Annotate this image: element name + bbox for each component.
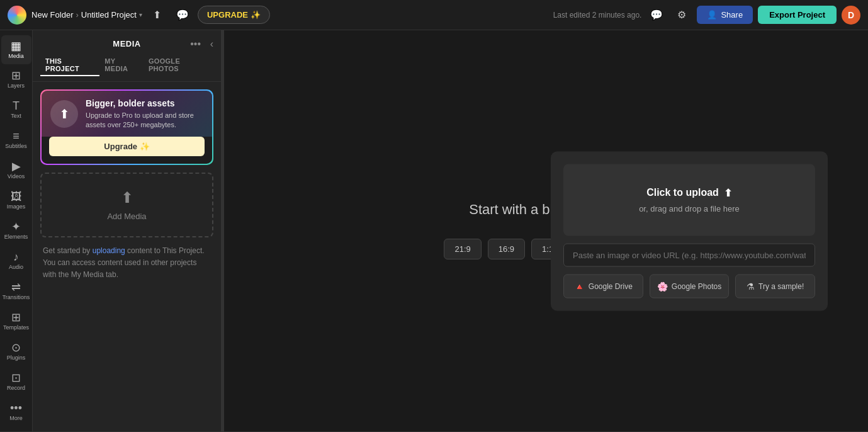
videos-icon: ▶ [12,161,21,172]
export-button[interactable]: Export Project [758,6,837,24]
tab-google-photos[interactable]: GOOGLE PHOTOS [144,55,213,76]
canvas-area: Start with a blank canvas 21:9 16:9 1:1 … [224,30,868,431]
settings-button[interactable]: ⚙ [672,5,692,25]
media-panel-options-button[interactable]: ••• [190,38,201,50]
avatar[interactable]: D [842,6,860,25]
sidebar-label-audio: Audio [9,264,23,271]
try-sample-button[interactable]: ⚗ Try a sample! [735,274,815,298]
last-edited-text: Last edited 2 minutes ago. [553,11,642,20]
main-area: ▦ Media ⊞ Layers T Text ≡ Subtitles ▶ Vi… [0,30,868,431]
google-photos-button[interactable]: 🌸 Google Photos [650,274,730,298]
upgrade-card-text: Bigger, bolder assets Upgrade to Pro to … [86,98,203,130]
audio-icon: ♪ [13,251,19,263]
layers-icon: ⊞ [11,70,21,81]
upgrade-card-top: ⬆ Bigger, bolder assets Upgrade to Pro t… [42,91,212,137]
tab-this-project[interactable]: THIS PROJECT [40,55,99,76]
sidebar-item-elements[interactable]: ✦ Elements [1,217,31,246]
sidebar-label-plugins: Plugins [7,355,26,361]
add-media-label: Add Media [107,212,146,221]
media-panel-title: MEDIA [113,39,140,48]
upload-zone-icon: ⬆ [724,186,732,198]
media-panel-body: ⬆ Bigger, bolder assets Upgrade to Pro t… [33,82,221,431]
source-buttons: 🔺 Google Drive 🌸 Google Photos ⚗ Try a s… [563,274,815,298]
sidebar-label-layers: Layers [8,82,25,89]
upload-button[interactable]: ⬆ [147,5,167,25]
sidebar-label-more: More [9,415,23,422]
app-logo [8,6,26,25]
upgrade-card-description: Upgrade to Pro to upload and store asset… [86,111,203,130]
sidebar-item-audio[interactable]: ♪ Audio [1,246,31,275]
upgrade-card: ⬆ Bigger, bolder assets Upgrade to Pro t… [40,89,213,165]
google-drive-button[interactable]: 🔺 Google Drive [563,274,643,298]
project-dropdown-icon[interactable]: ▾ [139,11,142,18]
sidebar-label-videos: Videos [8,173,25,180]
folder-name[interactable]: New Folder [31,10,73,20]
feedback-button[interactable]: 💬 [646,5,667,25]
breadcrumb-separator: › [76,10,78,20]
media-icon: ▦ [11,40,21,52]
sidebar-item-text[interactable]: T Text [1,96,31,125]
media-tabs: THIS PROJECT MY MEDIA GOOGLE PHOTOS [33,55,221,82]
upgrade-card-inner: ⬆ Bigger, bolder assets Upgrade to Pro t… [42,91,212,164]
media-help-text: Get started by uploading content to This… [40,245,213,281]
sidebar-item-record[interactable]: ⊡ Record [1,367,31,396]
sidebar-item-media[interactable]: ▦ Media [1,35,31,64]
more-icon: ••• [10,402,22,414]
sidebar-item-subtitles[interactable]: ≡ Subtitles [1,126,31,155]
sidebar-item-more[interactable]: ••• More [1,397,31,426]
breadcrumb: New Folder › Untitled Project ▾ [31,10,142,20]
media-panel: MEDIA ••• ‹ THIS PROJECT MY MEDIA GOOGLE… [33,30,222,431]
subtitles-icon: ≡ [13,130,20,142]
add-media-icon: ⬆ [121,189,133,207]
sidebar: ▦ Media ⊞ Layers T Text ≡ Subtitles ▶ Vi… [0,30,33,431]
add-media-box[interactable]: ⬆ Add Media [40,173,213,237]
sidebar-item-templates[interactable]: ⊞ Templates [1,307,31,336]
sidebar-label-text: Text [11,113,21,120]
plugins-icon: ⊙ [11,342,21,353]
sidebar-label-elements: Elements [4,234,28,241]
images-icon: 🖼 [11,191,22,202]
google-drive-icon: 🔺 [574,281,585,291]
upload-arrow-icon: ⬆ [59,106,70,122]
transitions-icon: ⇌ [11,281,21,293]
text-icon: T [13,100,20,111]
tab-my-media[interactable]: MY MEDIA [99,55,144,76]
record-icon: ⊡ [11,372,21,384]
url-input[interactable] [563,243,815,266]
upgrade-card-title: Bigger, bolder assets [86,98,203,108]
google-photos-icon: 🌸 [657,281,668,291]
media-panel-collapse-button[interactable]: ‹ [210,38,213,50]
sidebar-label-subtitles: Subtitles [5,143,27,150]
sidebar-item-images[interactable]: 🖼 Images [1,186,31,215]
elements-icon: ✦ [11,221,21,232]
media-panel-header: MEDIA ••• ‹ [33,30,221,55]
comments-button[interactable]: 💬 [172,5,193,25]
sidebar-item-videos[interactable]: ▶ Videos [1,156,31,185]
upgrade-button[interactable]: UPGRADE ✨ [198,6,270,24]
templates-icon: ⊞ [11,312,21,323]
share-icon: 👤 [707,10,717,20]
upgrade-card-button[interactable]: Upgrade ✨ [49,137,205,156]
project-name[interactable]: Untitled Project [81,10,137,20]
uploading-link[interactable]: uploading [93,246,125,255]
ratio-16-9[interactable]: 16:9 [488,239,525,259]
upload-panel: Click to upload ⬆ or, drag and drop a fi… [551,151,828,310]
upload-zone-title: Click to upload ⬆ [646,186,732,198]
sidebar-label-media: Media [8,53,24,60]
sidebar-label-templates: Templates [3,324,29,331]
sidebar-item-layers[interactable]: ⊞ Layers [1,65,31,94]
sidebar-label-transitions: Transitions [3,294,30,301]
share-button[interactable]: 👤 Share [697,6,753,24]
sidebar-label-images: Images [7,203,26,210]
ratio-21-9[interactable]: 21:9 [444,239,481,259]
app-header: New Folder › Untitled Project ▾ ⬆ 💬 UPGR… [0,0,868,30]
upload-zone[interactable]: Click to upload ⬆ or, drag and drop a fi… [563,164,815,236]
sidebar-label-record: Record [7,385,25,392]
sidebar-item-plugins[interactable]: ⊙ Plugins [1,337,31,366]
upload-icon-circle: ⬆ [50,100,78,128]
upload-zone-subtitle: or, drag and drop a file here [639,203,740,213]
sidebar-item-transitions[interactable]: ⇌ Transitions [1,276,31,305]
sample-icon: ⚗ [747,281,755,291]
